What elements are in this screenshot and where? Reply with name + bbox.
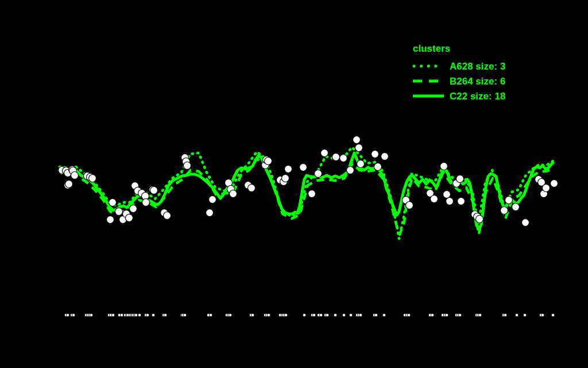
rug-point (120, 313, 123, 316)
rug-point (209, 313, 212, 316)
rug-point (445, 313, 448, 316)
rug-point (66, 313, 69, 316)
rug-point (504, 313, 506, 316)
scatter-point (340, 155, 347, 162)
scatter-point (458, 198, 465, 205)
series-lines (60, 147, 553, 239)
scatter-point (230, 190, 237, 198)
scatter-point (505, 197, 513, 204)
rug-point (523, 313, 526, 316)
rug-point (267, 313, 270, 316)
rug-point (431, 313, 434, 316)
scatter-point (501, 207, 508, 214)
rug-point (303, 313, 305, 316)
rug-point (72, 313, 75, 316)
scatter-point (543, 185, 550, 192)
legend-entry-label: B264 size: 6 (450, 76, 505, 86)
rug-point (478, 313, 481, 316)
rug-point (458, 313, 461, 316)
rug-point (111, 313, 114, 316)
rug-point (251, 313, 254, 316)
scatter-point (206, 209, 214, 217)
scatter-point (109, 199, 117, 206)
scatter-point (332, 154, 340, 161)
rug-point (407, 313, 410, 316)
rug-point (374, 313, 377, 316)
rug-point (342, 313, 345, 316)
rug-point (349, 313, 352, 316)
rug-point (326, 313, 328, 316)
scatter-point (285, 166, 292, 173)
scatter-point (457, 175, 464, 183)
chart-figure: clusters A628 size: 3 B264 size: 6 C22 s… (0, 0, 588, 368)
scatter-point (353, 136, 361, 144)
legend-entry-a628: A628 size: 3 (411, 59, 505, 74)
rug-point (515, 313, 518, 316)
scatter-point (209, 196, 216, 204)
scatter-point (406, 202, 413, 209)
chart-legend: clusters A628 size: 3 B264 size: 6 C22 s… (411, 44, 505, 103)
scatter-point (282, 175, 289, 182)
rug-point (551, 313, 554, 316)
rug-point (382, 313, 385, 316)
scatter-point (431, 195, 438, 203)
legend-entry-label: A628 size: 3 (450, 62, 505, 71)
scatter-point (476, 216, 483, 223)
rug-point (134, 313, 137, 316)
scatter-point (446, 198, 454, 205)
rug-point (164, 313, 167, 316)
scatter-point (164, 212, 171, 220)
scatter-point (130, 205, 137, 213)
legend-entry-label: C22 size: 18 (450, 91, 505, 101)
legend-entry-c22: C22 size: 18 (411, 89, 505, 103)
scatter-point (357, 160, 365, 168)
scatter-point (308, 190, 316, 198)
rug-point (183, 313, 186, 316)
scatter-point (512, 204, 520, 211)
scatter-point (300, 164, 307, 171)
scatter-point (115, 208, 123, 216)
scatter-point (381, 153, 389, 160)
legend-solid-line-sample (411, 93, 444, 99)
scatter-point (126, 214, 133, 222)
scatter-point (551, 180, 558, 187)
rug-point (319, 313, 322, 316)
scatter-point (265, 158, 272, 165)
scatter-point (71, 172, 79, 179)
scatter-point (150, 187, 158, 194)
scatter-point (355, 144, 363, 152)
rug-point (541, 313, 544, 316)
scatter-point (315, 170, 322, 178)
rug-point (90, 313, 92, 316)
rug-point (312, 313, 315, 316)
scatter-point (248, 185, 256, 192)
scatter-point (347, 167, 354, 174)
scatter-point (374, 163, 382, 171)
rug-point (152, 313, 154, 316)
rug-point (284, 313, 287, 316)
legend-dashed-line-sample (411, 78, 444, 85)
scatter-point (107, 216, 114, 224)
scatter-point (321, 150, 328, 157)
scatter-point (65, 181, 73, 188)
scatter-point (440, 163, 448, 170)
rug-point (334, 313, 336, 316)
rug-point (146, 313, 149, 316)
rug-point (138, 313, 141, 316)
scatter-point (89, 175, 96, 182)
scatter-point (184, 162, 191, 170)
rug-points (64, 313, 554, 316)
legend-entry-b264: B264 size: 6 (411, 74, 505, 89)
scatter-point (142, 199, 150, 206)
scatter-point (372, 151, 379, 158)
rug-point (229, 313, 231, 316)
scatter-point (443, 191, 451, 198)
legend-dotted-line-sample (411, 63, 444, 70)
legend-title: clusters (413, 44, 505, 53)
scatter-point (522, 219, 529, 227)
rug-point (359, 313, 362, 316)
